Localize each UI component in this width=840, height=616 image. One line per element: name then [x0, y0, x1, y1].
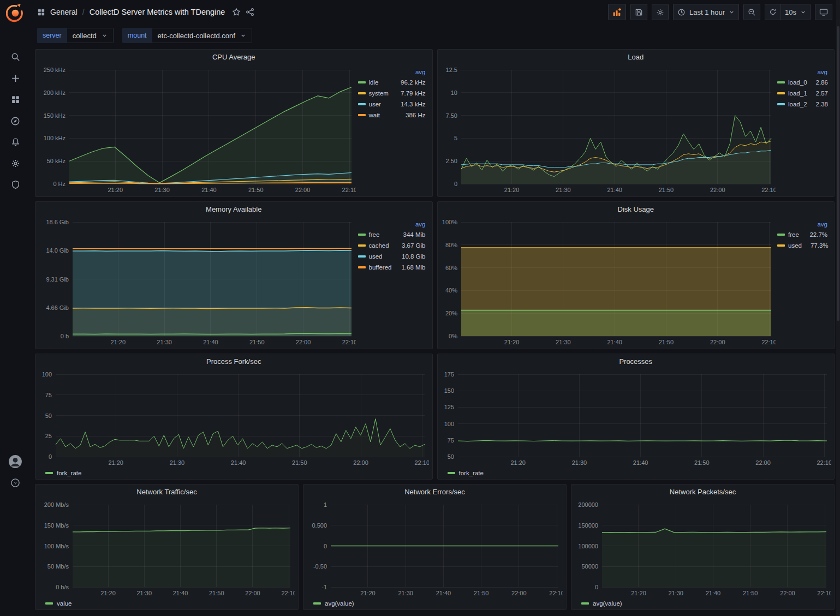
variable-server-value[interactable]: collectd: [67, 28, 114, 43]
legend-item-buffered[interactable]: buffered1.68 Mib: [358, 264, 426, 271]
legend-item-load_1[interactable]: load_12.57: [777, 90, 827, 97]
time-series-chart[interactable]: 05000010000015000020000021:2021:3021:402…: [575, 499, 831, 598]
refresh-button[interactable]: [765, 4, 781, 20]
explore-compass-icon[interactable]: [4, 110, 26, 131]
chart-canvas[interactable]: 025507510021:2021:3021:4021:5022:0022:10: [39, 369, 429, 468]
svg-text:150 Mb/s: 150 Mb/s: [44, 522, 69, 529]
panel-title[interactable]: CPU Average: [35, 50, 432, 64]
dashboard-settings-button[interactable]: [652, 4, 669, 20]
svg-text:100%: 100%: [442, 219, 457, 225]
panel-memory-available: Memory Available 0 b4.66 Gib9.31 Gib14.0…: [35, 201, 433, 349]
legend-item-free[interactable]: free22.7%: [777, 231, 827, 238]
breadcrumb-folder[interactable]: General: [50, 8, 78, 16]
legend-item-used[interactable]: used77.3%: [777, 242, 827, 249]
gear-icon: [656, 8, 664, 16]
configuration-gear-icon[interactable]: [4, 153, 26, 174]
panel-title[interactable]: Network Errors/sec: [303, 485, 566, 499]
zoom-out-button[interactable]: [743, 4, 760, 20]
time-series-chart[interactable]: 0%20%40%60%80%100%21:2021:3021:4021:5022…: [441, 217, 776, 347]
legend-item-fork_rate[interactable]: fork_rate: [45, 470, 81, 476]
share-icon[interactable]: [246, 8, 254, 16]
svg-text:80%: 80%: [445, 242, 457, 248]
svg-text:22:10: 22:10: [761, 339, 776, 345]
legend-item-system[interactable]: system7.79 kHz: [358, 90, 426, 97]
time-series-chart[interactable]: -1-0.5000.500121:2021:3021:4021:5022:002…: [307, 499, 563, 598]
legend-item-load_2[interactable]: load_22.38: [777, 101, 827, 107]
series-color-dash: [358, 114, 366, 116]
variable-server[interactable]: server collectd: [37, 28, 114, 43]
add-panel-button[interactable]: [608, 4, 626, 20]
time-series-chart[interactable]: 0 Hz50 kHz100 kHz150 kHz200 kHz250 kHz21…: [39, 64, 356, 195]
create-plus-icon[interactable]: [4, 68, 26, 89]
svg-text:100 Mb/s: 100 Mb/s: [44, 543, 69, 549]
time-series-chart[interactable]: 507510012515017521:2021:3021:4021:5022:0…: [441, 369, 831, 468]
legend-series-name: load_2: [788, 101, 813, 107]
legend-item-wait[interactable]: wait386 Hz: [358, 112, 426, 118]
panel-legend: avgidle96.2 kHzsystem7.79 kHzuser14.3 kH…: [356, 64, 429, 195]
time-series-chart[interactable]: 025507510021:2021:3021:4021:5022:0022:10: [39, 369, 429, 468]
panel-legend: avg(value): [575, 598, 831, 608]
legend-item-free[interactable]: free344 Mib: [358, 231, 426, 238]
legend-item-fork_rate[interactable]: fork_rate: [448, 470, 484, 476]
legend-header-avg[interactable]: avg: [777, 221, 827, 228]
help-icon[interactable]: ?: [4, 472, 26, 493]
legend-header-avg[interactable]: avg: [777, 69, 827, 75]
legend-header-avg[interactable]: avg: [358, 69, 426, 75]
variable-mount[interactable]: mount etc-collectd-collectd.conf: [122, 28, 252, 43]
panel-title[interactable]: Load: [438, 50, 835, 64]
legend-item-avg-value-[interactable]: avg(value): [313, 600, 354, 607]
search-icon[interactable]: [4, 46, 26, 68]
time-series-chart[interactable]: 02.5057.501012.521:2021:3021:4021:5022:0…: [441, 64, 776, 195]
scrollbar[interactable]: [836, 0, 840, 616]
time-series-chart[interactable]: 0 b4.66 Gib9.31 Gib14.0 Gib18.6 Gib21:20…: [39, 217, 356, 347]
dashboards-grid-icon[interactable]: [37, 8, 45, 16]
chart-canvas[interactable]: 0 b/s50 Mb/s100 Mb/s150 Mb/s200 Mb/s21:2…: [39, 499, 295, 598]
panel-title[interactable]: Network Packets/sec: [571, 485, 834, 499]
svg-text:21:50: 21:50: [249, 339, 265, 345]
dashboards-icon[interactable]: [4, 89, 26, 110]
dashboard-title[interactable]: CollectD Server Metrics with TDengine: [90, 8, 225, 16]
legend-item-user[interactable]: user14.3 kHz: [358, 101, 426, 107]
alerting-bell-icon[interactable]: [4, 131, 26, 153]
panel-title[interactable]: Process Fork/sec: [35, 354, 432, 369]
variable-mount-value[interactable]: etc-collectd-collectd.conf: [152, 28, 252, 43]
panel-title[interactable]: Processes: [438, 354, 835, 369]
chart-canvas[interactable]: 507510012515017521:2021:3021:4021:5022:0…: [441, 369, 831, 468]
server-admin-shield-icon[interactable]: [4, 174, 26, 195]
chart-canvas[interactable]: -1-0.5000.500121:2021:3021:4021:5022:002…: [307, 499, 563, 598]
panel-title[interactable]: Disk Usage: [438, 202, 835, 217]
legend-item-used[interactable]: used10.8 Gib: [358, 253, 426, 260]
svg-text:21:50: 21:50: [474, 590, 489, 596]
svg-text:21:40: 21:40: [436, 590, 451, 596]
legend-header-avg[interactable]: avg: [358, 221, 426, 228]
series-color-dash: [777, 244, 785, 247]
legend-item-load_0[interactable]: load_02.86: [777, 79, 827, 86]
top-navbar: General / CollectD Server Metrics with T…: [31, 0, 840, 24]
favorite-star-icon[interactable]: [232, 8, 241, 16]
grafana-logo-icon[interactable]: [6, 4, 25, 22]
svg-text:175: 175: [444, 371, 454, 378]
svg-text:50: 50: [45, 412, 52, 419]
legend-item-cached[interactable]: cached3.67 Gib: [358, 242, 426, 249]
time-range-picker[interactable]: Last 1 hour: [673, 4, 739, 20]
panel-title[interactable]: Network Traffic/sec: [35, 485, 298, 499]
save-dashboard-button[interactable]: [630, 4, 647, 20]
chart-canvas[interactable]: 02.5057.501012.521:2021:3021:4021:5022:0…: [441, 64, 776, 195]
scrollbar-thumb[interactable]: [837, 26, 839, 321]
legend-item-avg-value-[interactable]: avg(value): [581, 600, 622, 607]
refresh-interval-picker[interactable]: 10s: [781, 4, 811, 20]
cycle-view-mode-button[interactable]: [815, 4, 832, 20]
time-series-chart[interactable]: 0 b/s50 Mb/s100 Mb/s150 Mb/s200 Mb/s21:2…: [39, 499, 295, 598]
time-range-label: Last 1 hour: [689, 8, 725, 16]
chart-canvas[interactable]: 05000010000015000020000021:2021:3021:402…: [575, 499, 831, 598]
svg-text:0 Hz: 0 Hz: [53, 181, 65, 187]
panel-title[interactable]: Memory Available: [35, 202, 432, 217]
chart-canvas[interactable]: 0%20%40%60%80%100%21:2021:3021:4021:5022…: [441, 217, 776, 347]
chart-canvas[interactable]: 0 Hz50 kHz100 kHz150 kHz200 kHz250 kHz21…: [39, 64, 356, 195]
legend-item-value[interactable]: value: [45, 600, 72, 607]
legend-series-name: system: [369, 90, 398, 97]
user-avatar[interactable]: [4, 451, 26, 472]
panel-network-errors: Network Errors/sec -1-0.5000.500121:2021…: [303, 484, 567, 610]
chart-canvas[interactable]: 0 b4.66 Gib9.31 Gib14.0 Gib18.6 Gib21:20…: [39, 217, 356, 347]
legend-item-idle[interactable]: idle96.2 kHz: [358, 79, 426, 86]
